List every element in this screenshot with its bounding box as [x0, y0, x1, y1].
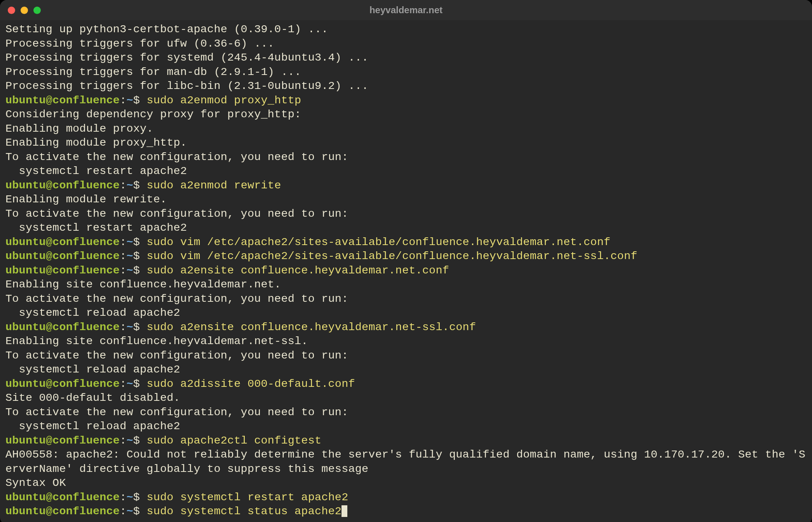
prompt-user-host: ubuntu@confluence	[5, 179, 120, 192]
command-text: sudo systemctl status apache2	[146, 505, 342, 518]
prompt-colon: :	[120, 236, 126, 249]
output-text: To activate the new configuration, you n…	[5, 207, 348, 220]
output-text: Enabling module rewrite.	[5, 193, 167, 206]
terminal-line: Processing triggers for man-db (2.9.1-1)…	[5, 65, 807, 80]
terminal-line: systemctl reload apache2	[5, 363, 807, 377]
output-text: systemctl restart apache2	[5, 221, 187, 234]
prompt-user-host: ubuntu@confluence	[5, 434, 120, 447]
terminal-line: Considering dependency proxy for proxy_h…	[5, 108, 807, 122]
prompt: ubuntu@confluence:~$	[5, 434, 146, 447]
terminal-line: Enabling module rewrite.	[5, 193, 807, 207]
terminal-line: Enabling module proxy.	[5, 122, 807, 136]
prompt-colon: :	[120, 321, 126, 334]
terminal-line: AH00558: apache2: Could not reliably det…	[5, 448, 807, 476]
window-title: heyvaldemar.net	[0, 5, 812, 16]
prompt-user-host: ubuntu@confluence	[5, 250, 120, 263]
prompt-colon: :	[120, 505, 126, 518]
prompt-symbol: $	[133, 491, 147, 504]
prompt: ubuntu@confluence:~$	[5, 236, 146, 249]
prompt-symbol: $	[133, 378, 147, 390]
output-text: systemctl restart apache2	[5, 165, 187, 177]
prompt: ubuntu@confluence:~$	[5, 179, 146, 192]
output-text: systemctl reload apache2	[5, 420, 180, 433]
terminal-line: To activate the new configuration, you n…	[5, 405, 807, 420]
prompt-symbol: $	[133, 264, 147, 277]
zoom-icon[interactable]	[33, 7, 41, 14]
output-text: Site 000-default disabled.	[5, 392, 180, 404]
output-text: Enabling site confluence.heyvaldemar.net…	[5, 335, 308, 348]
prompt: ubuntu@confluence:~$	[5, 491, 146, 504]
output-text: Processing triggers for ufw (0.36-6) ...	[5, 37, 274, 50]
prompt: ubuntu@confluence:~$	[5, 378, 146, 390]
terminal-line: Processing triggers for systemd (245.4-4…	[5, 51, 807, 65]
output-text: Enabling module proxy_http.	[5, 136, 187, 149]
terminal-line: Enabling site confluence.heyvaldemar.net…	[5, 334, 807, 349]
output-text: Processing triggers for man-db (2.9.1-1)…	[5, 66, 301, 78]
prompt-symbol: $	[133, 250, 147, 263]
command-text: sudo vim /etc/apache2/sites-available/co…	[146, 236, 610, 249]
prompt: ubuntu@confluence:~$	[5, 250, 146, 263]
terminal-line: To activate the new configuration, you n…	[5, 349, 807, 363]
output-text: Considering dependency proxy for proxy_h…	[5, 108, 301, 121]
output-text: To activate the new configuration, you n…	[5, 349, 348, 362]
window-controls	[8, 7, 41, 14]
command-text: sudo a2ensite confluence.heyvaldemar.net…	[146, 321, 476, 334]
prompt-colon: :	[120, 179, 126, 192]
terminal-line: Site 000-default disabled.	[5, 391, 807, 405]
prompt-colon: :	[120, 378, 126, 390]
command-text: sudo apache2ctl configtest	[146, 434, 321, 447]
command-text: sudo a2enmod proxy_http	[146, 94, 301, 107]
terminal-line: ubuntu@confluence:~$ sudo vim /etc/apach…	[5, 249, 807, 264]
close-icon[interactable]	[8, 7, 15, 14]
terminal-line: ubuntu@confluence:~$ sudo systemctl stat…	[5, 505, 807, 519]
prompt-path: ~	[126, 94, 133, 107]
terminal-line: ubuntu@confluence:~$ sudo vim /etc/apach…	[5, 235, 807, 250]
prompt-colon: :	[120, 491, 126, 504]
prompt-path: ~	[126, 434, 133, 447]
terminal-line: ubuntu@confluence:~$ sudo a2dissite 000-…	[5, 377, 807, 392]
output-text: systemctl reload apache2	[5, 363, 180, 376]
terminal-line: ubuntu@confluence:~$ sudo a2ensite confl…	[5, 264, 807, 278]
output-text: Processing triggers for libc-bin (2.31-0…	[5, 80, 368, 92]
prompt: ubuntu@confluence:~$	[5, 264, 146, 277]
prompt-user-host: ubuntu@confluence	[5, 264, 120, 277]
terminal-line: systemctl reload apache2	[5, 306, 807, 320]
terminal-line: Syntax OK	[5, 476, 807, 491]
terminal-line: ubuntu@confluence:~$ sudo a2enmod rewrit…	[5, 179, 807, 193]
terminal-line: ubuntu@confluence:~$ sudo a2ensite confl…	[5, 320, 807, 335]
terminal-line: To activate the new configuration, you n…	[5, 207, 807, 221]
prompt-path: ~	[126, 264, 133, 277]
prompt: ubuntu@confluence:~$	[5, 94, 146, 107]
prompt-path: ~	[126, 236, 133, 249]
prompt-user-host: ubuntu@confluence	[5, 236, 120, 249]
prompt-user-host: ubuntu@confluence	[5, 321, 120, 334]
terminal-line: Enabling module proxy_http.	[5, 136, 807, 150]
command-text: sudo a2enmod rewrite	[146, 179, 281, 192]
prompt-symbol: $	[133, 179, 147, 192]
prompt-symbol: $	[133, 434, 147, 447]
output-text: Enabling module proxy.	[5, 122, 153, 135]
terminal-body[interactable]: Setting up python3-certbot-apache (0.39.…	[0, 20, 812, 522]
prompt-symbol: $	[133, 505, 147, 518]
terminal-line: ubuntu@confluence:~$ sudo systemctl rest…	[5, 491, 807, 505]
output-text: Enabling site confluence.heyvaldemar.net…	[5, 278, 281, 291]
terminal-line: Setting up python3-certbot-apache (0.39.…	[5, 23, 807, 37]
terminal-line: Enabling site confluence.heyvaldemar.net…	[5, 278, 807, 292]
prompt-colon: :	[120, 94, 126, 107]
output-text: To activate the new configuration, you n…	[5, 151, 348, 164]
prompt-path: ~	[126, 250, 133, 263]
terminal-line: To activate the new configuration, you n…	[5, 150, 807, 165]
minimize-icon[interactable]	[21, 7, 28, 14]
output-text: Syntax OK	[5, 477, 66, 489]
prompt: ubuntu@confluence:~$	[5, 321, 146, 334]
output-text: systemctl reload apache2	[5, 306, 180, 319]
command-text: sudo vim /etc/apache2/sites-available/co…	[146, 250, 637, 263]
terminal-window: heyvaldemar.net Setting up python3-certb…	[0, 0, 812, 522]
terminal-line: systemctl restart apache2	[5, 221, 807, 235]
terminal-line: systemctl restart apache2	[5, 164, 807, 179]
prompt-symbol: $	[133, 236, 147, 249]
prompt-colon: :	[120, 264, 126, 277]
prompt-symbol: $	[133, 94, 147, 107]
terminal-line: Processing triggers for ufw (0.36-6) ...	[5, 37, 807, 51]
titlebar: heyvaldemar.net	[0, 0, 812, 20]
